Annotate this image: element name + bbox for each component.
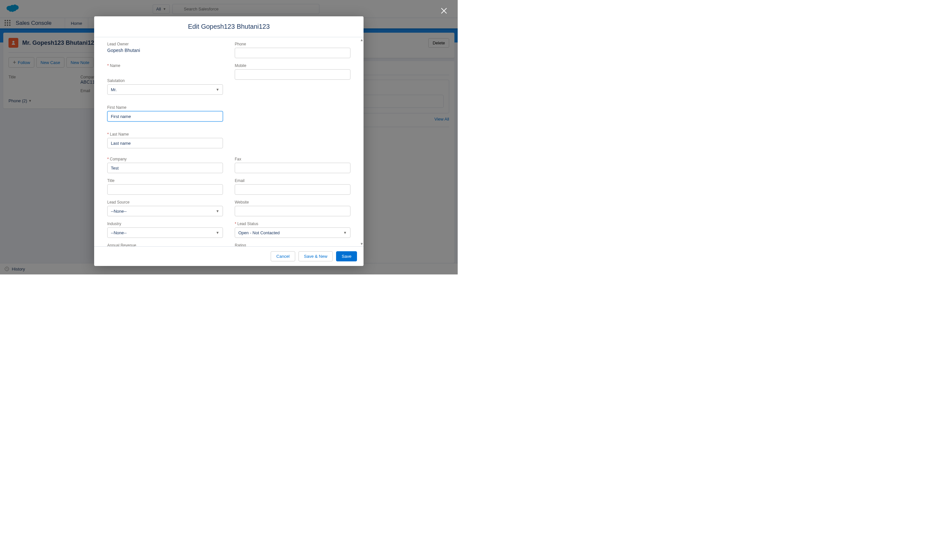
first-name-label: First Name (107, 105, 223, 110)
save-button[interactable]: Save (336, 251, 357, 262)
save-and-new-button[interactable]: Save & New (299, 251, 333, 262)
phone-input[interactable] (235, 48, 350, 58)
company-label: * Company (107, 157, 223, 162)
lead-status-select[interactable]: Open - Not Contacted ▼ (235, 228, 350, 238)
email-field-label: Email (235, 178, 350, 183)
title-field-label: Title (107, 178, 223, 183)
salutation-label: Salutation (107, 78, 223, 83)
website-label: Website (235, 200, 350, 205)
last-name-label: * Last Name (107, 132, 223, 137)
title-input[interactable] (107, 184, 223, 195)
caret-down-icon: ▼ (216, 88, 219, 91)
name-label: * Name (107, 63, 223, 68)
email-input[interactable] (235, 184, 350, 195)
lead-owner-label: Lead Owner (107, 42, 223, 46)
scroll-down-icon: ▼ (360, 242, 364, 246)
salutation-select[interactable]: Mr. ▼ (107, 84, 223, 95)
close-icon (440, 7, 448, 15)
modal-body[interactable]: ▲ Lead Owner Gopesh Bhutani Phone * Name… (94, 37, 364, 246)
lead-source-select[interactable]: --None-- ▼ (107, 206, 223, 216)
last-name-input[interactable] (107, 138, 223, 148)
lead-owner-value: Gopesh Bhutani (107, 48, 223, 53)
caret-down-icon: ▼ (216, 231, 219, 235)
fax-input[interactable] (235, 163, 350, 173)
industry-select[interactable]: --None-- ▼ (107, 228, 223, 238)
lead-status-label: * Lead Status (235, 222, 350, 226)
caret-down-icon: ▼ (343, 231, 347, 235)
lead-source-label: Lead Source (107, 200, 223, 205)
annual-revenue-label: Annual Revenue (107, 243, 223, 246)
fax-label: Fax (235, 157, 350, 162)
company-input[interactable] (107, 163, 223, 173)
scroll-up-icon: ▲ (360, 38, 364, 42)
mobile-input[interactable] (235, 69, 350, 80)
close-button[interactable] (440, 6, 448, 17)
industry-label: Industry (107, 222, 223, 226)
phone-label: Phone (235, 42, 350, 46)
rating-label: Rating (235, 243, 350, 246)
mobile-label: Mobile (235, 63, 350, 68)
first-name-input[interactable] (107, 111, 223, 122)
caret-down-icon: ▼ (216, 209, 219, 213)
website-input[interactable] (235, 206, 350, 216)
modal-title: Edit Gopesh123 Bhutani123 (101, 23, 357, 31)
edit-modal: Edit Gopesh123 Bhutani123 ▲ Lead Owner G… (94, 16, 364, 266)
cancel-button[interactable]: Cancel (271, 251, 295, 262)
